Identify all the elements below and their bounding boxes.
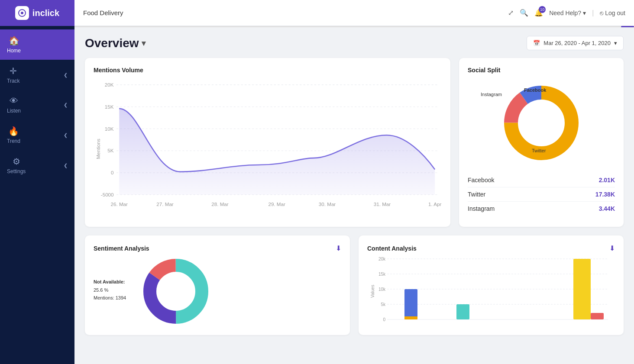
sidebar-label-settings: Settings — [7, 168, 26, 174]
logout-icon: ⎋ — [600, 10, 603, 16]
listen-chevron-icon: ❮ — [64, 102, 68, 108]
facebook-value: 2.01K — [599, 177, 615, 184]
svg-text:5K: 5K — [107, 148, 113, 153]
sidebar-item-trend[interactable]: 🔥 Trend ❮ — [0, 120, 74, 150]
main-area: Food Delivery ⤢ 🔍 🔔 10 Need Help? ▾ | ⎋ … — [74, 0, 634, 364]
search-icon[interactable]: 🔍 — [520, 9, 528, 17]
sentiment-label: Not Available: 25.6 % Mentions: 1394 — [94, 278, 126, 302]
top-header: Food Delivery ⤢ 🔍 🔔 10 Need Help? ▾ | ⎋ … — [74, 0, 634, 26]
expand-icon[interactable]: ⤢ — [508, 9, 514, 17]
twitter-label: Twitter — [468, 191, 485, 198]
svg-text:15K: 15K — [105, 104, 114, 110]
sentiment-card-header: Sentiment Analysis ⬇ — [94, 244, 341, 252]
notification-badge: 10 — [539, 6, 546, 13]
sentiment-download-icon[interactable]: ⬇ — [336, 244, 341, 252]
svg-text:Mentions: Mentions — [95, 139, 101, 159]
loading-bar — [74, 26, 634, 27]
svg-text:10k: 10k — [378, 287, 386, 292]
home-icon: 🏠 — [9, 35, 19, 46]
social-split-title: Social Split — [468, 67, 615, 74]
social-platform-list: Facebook 2.01K Twitter 17.38K Instagram … — [468, 173, 615, 216]
content-area: Overview ▾ 📅 Mar 26, 2020 - Apr 1, 2020 … — [74, 27, 634, 364]
svg-text:10K: 10K — [105, 126, 114, 132]
svg-text:29. Mar: 29. Mar — [268, 201, 285, 207]
help-chevron-icon: ▾ — [583, 10, 586, 16]
svg-text:1. Apr: 1. Apr — [428, 201, 442, 207]
svg-rect-44 — [404, 289, 417, 319]
loading-indicator — [621, 26, 634, 27]
social-split-donut-chart: Instagram Facebook Twitter — [468, 80, 615, 166]
sentiment-analysis-card: Sentiment Analysis ⬇ Not Available: 25.6… — [85, 235, 350, 335]
instagram-label: Instagram — [468, 205, 495, 212]
sentiment-not-available-label: Not Available: — [94, 279, 125, 284]
sentiment-analysis-title: Sentiment Analysis — [94, 245, 149, 252]
sentiment-percent: 25.6 % — [94, 287, 108, 293]
logout-label: Log out — [605, 10, 625, 16]
page-title: Overview ▾ — [85, 36, 146, 50]
date-range-chevron-icon: ▾ — [614, 40, 617, 46]
sentiment-donut-wrapper: Not Available: 25.6 % Mentions: 1394 — [94, 278, 126, 305]
date-range-text: Mar 26, 2020 - Apr 1, 2020 — [543, 40, 611, 46]
svg-text:-5000: -5000 — [101, 192, 114, 197]
sidebar-nav: 🏠 Home ✛ Track ❮ 👁 Listen ❮ 🔥 Trend ❮ — [0, 29, 74, 180]
content-download-icon[interactable]: ⬇ — [609, 244, 615, 252]
instagram-value: 3.44K — [599, 205, 615, 212]
overview-chevron-icon[interactable]: ▾ — [142, 39, 146, 48]
content-analysis-card: Content Analysis ⬇ 20k 15k 10k — [359, 235, 624, 335]
sidebar-item-track[interactable]: ✛ Track ❮ — [0, 60, 74, 90]
svg-rect-48 — [591, 313, 604, 319]
logout-button[interactable]: ⎋ Log out — [600, 10, 625, 16]
logo-text: inclick — [32, 8, 59, 18]
sidebar-item-home[interactable]: 🏠 Home — [0, 29, 74, 60]
sidebar: inclick 🏠 Home ✛ Track ❮ 👁 Listen ❮ 🔥 — [0, 0, 74, 364]
svg-point-32 — [157, 272, 195, 310]
notification-icon[interactable]: 🔔 10 — [534, 9, 543, 17]
help-label: Need Help? — [549, 10, 581, 16]
sentiment-donut-chart — [135, 257, 217, 326]
trend-chevron-icon: ❮ — [64, 132, 68, 138]
date-range-picker[interactable]: 📅 Mar 26, 2020 - Apr 1, 2020 ▾ — [527, 36, 624, 50]
facebook-label: Facebook — [468, 177, 494, 184]
sidebar-item-settings[interactable]: ⚙ Settings ❮ — [0, 150, 74, 180]
svg-text:20K: 20K — [105, 82, 114, 87]
svg-text:30. Mar: 30. Mar — [319, 201, 336, 207]
svg-text:Values: Values — [370, 285, 375, 298]
svg-text:5k: 5k — [381, 302, 386, 307]
twitter-value: 17.38K — [595, 191, 615, 198]
track-chevron-icon: ❮ — [64, 72, 68, 78]
mentions-volume-card: Mentions Volume 20K 15K 10K — [85, 58, 450, 227]
svg-rect-47 — [573, 259, 591, 319]
header-divider: | — [592, 9, 594, 17]
help-button[interactable]: Need Help? ▾ — [549, 10, 586, 16]
sidebar-logo[interactable]: inclick — [0, 0, 74, 26]
logo-icon — [15, 6, 29, 20]
top-cards-row: Mentions Volume 20K 15K 10K — [85, 58, 624, 227]
sidebar-item-listen[interactable]: 👁 Listen ❮ — [0, 90, 74, 120]
content-card-header: Content Analysis ⬇ — [367, 244, 615, 252]
social-list-instagram: Instagram 3.44K — [468, 202, 615, 216]
svg-text:28. Mar: 28. Mar — [211, 201, 229, 207]
trend-icon: 🔥 — [8, 126, 19, 136]
page-header: Overview ▾ 📅 Mar 26, 2020 - Apr 1, 2020 … — [85, 36, 624, 50]
sidebar-label-listen: Listen — [7, 108, 21, 114]
page-title-text: Overview — [85, 36, 139, 50]
calendar-icon: 📅 — [533, 40, 540, 46]
svg-text:31. Mar: 31. Mar — [374, 201, 391, 207]
mentions-volume-chart: 20K 15K 10K 5K 0 -5000 Mentions — [94, 80, 442, 218]
svg-text:0: 0 — [383, 317, 385, 322]
settings-icon: ⚙ — [13, 156, 20, 167]
settings-chevron-icon: ❮ — [64, 163, 68, 168]
svg-text:27. Mar: 27. Mar — [156, 201, 174, 207]
content-analysis-chart: 20k 15k 10k 5k 0 Values — [367, 257, 615, 326]
mentions-volume-title: Mentions Volume — [94, 67, 442, 74]
svg-text:26. Mar: 26. Mar — [111, 201, 128, 207]
header-title: Food Delivery — [83, 9, 501, 16]
svg-point-25 — [519, 100, 564, 145]
sidebar-label-track: Track — [7, 78, 20, 84]
content-analysis-title: Content Analysis — [367, 245, 417, 252]
svg-rect-45 — [404, 316, 417, 319]
social-list-twitter: Twitter 17.38K — [468, 187, 615, 202]
svg-text:20k: 20k — [378, 257, 386, 261]
header-icons: ⤢ 🔍 🔔 10 Need Help? ▾ | ⎋ Log out — [508, 9, 625, 17]
track-icon: ✛ — [10, 66, 17, 76]
